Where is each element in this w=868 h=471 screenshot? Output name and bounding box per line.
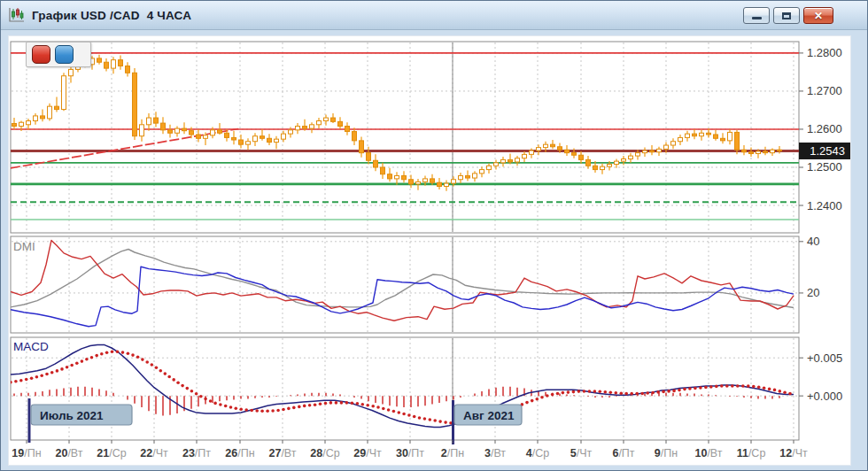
candle-bull <box>62 76 66 110</box>
candle-bear <box>778 150 782 151</box>
candle-bear <box>693 134 697 136</box>
candle-bear <box>218 130 222 133</box>
date-label: 9/Пн <box>655 447 678 459</box>
candle-bull <box>473 174 477 178</box>
date-label: 30/Пт <box>396 447 424 459</box>
maximize-icon <box>782 12 791 19</box>
candle-bear <box>586 159 591 166</box>
dmi-tick-label: 40 <box>807 235 819 248</box>
price-tick-label: 1.2500 <box>807 160 842 174</box>
close-icon: ✕ <box>814 11 823 21</box>
candle-bear <box>353 132 357 141</box>
candle-bull <box>296 127 300 130</box>
candle-bear <box>360 141 364 153</box>
candle-bull <box>756 151 761 154</box>
candle-bull <box>204 135 208 138</box>
candle-bull <box>310 125 314 128</box>
candle-bull <box>275 139 279 142</box>
candle-bear <box>345 127 350 132</box>
window-title: График USD /CAD 4 ЧАСА <box>32 9 191 22</box>
minimize-icon <box>752 17 762 19</box>
date-label: 5/Чт <box>570 447 593 459</box>
date-label: 23/Пт <box>182 447 211 459</box>
candle-bear <box>650 151 655 152</box>
candle-bull <box>289 130 293 134</box>
candle-bear <box>182 128 187 131</box>
window-controls: ✕ <box>743 7 833 24</box>
candle-bear <box>735 132 740 150</box>
candle-bear <box>381 167 385 174</box>
candle-bear <box>579 155 584 159</box>
close-button[interactable]: ✕ <box>803 7 833 24</box>
app-window: График USD /CAD 4 ЧАСА ✕ Июль 2021Авг 20… <box>0 0 868 471</box>
chart-canvas[interactable]: Июль 2021Авг 2021DMIMACD1.28001.27001.26… <box>9 36 852 467</box>
candle-bull <box>480 170 484 174</box>
candle-bear <box>742 150 747 152</box>
blue-marker-button[interactable] <box>55 45 74 64</box>
candlestick-chart-icon <box>8 7 26 23</box>
candle-bull <box>459 175 463 179</box>
candle-bull <box>416 181 421 184</box>
candle-bull <box>671 142 676 145</box>
chart-toolbar <box>26 42 91 67</box>
candle-bear <box>409 180 414 184</box>
candle-bear <box>466 175 470 178</box>
price-tick-label: 1.2800 <box>807 46 842 59</box>
candle-bear <box>197 135 201 138</box>
date-label: 19/Пн <box>12 447 41 459</box>
candle-bull <box>48 106 52 119</box>
date-label: 27/Вт <box>268 447 296 459</box>
x-axis-labels: 19/Пн20/Вт21/Ср22/Чт23/Пт26/Пн27/Вт28/Ср… <box>12 440 808 459</box>
candle-bull <box>622 159 626 162</box>
last-price-tag: 1.2543 <box>799 143 850 159</box>
candle-bull <box>69 69 74 75</box>
candle-bear <box>126 66 130 73</box>
candle-bull <box>253 136 258 142</box>
month-tag-label: Июль 2021 <box>40 409 104 422</box>
candle-bull <box>147 118 151 125</box>
date-label: 12/Чт <box>779 447 808 459</box>
candle-bull <box>112 60 116 68</box>
macd-label: MACD <box>13 340 49 353</box>
candle-bull <box>175 128 180 133</box>
candle-bear <box>749 152 754 154</box>
candle-bull <box>686 134 690 137</box>
month-tag-label: Авг 2021 <box>463 409 515 422</box>
candle-bull <box>317 120 322 124</box>
candle-bull <box>537 148 541 151</box>
candle-bear <box>551 144 555 147</box>
candle-bear <box>154 118 159 123</box>
price-tick-label: 1.2400 <box>807 199 842 212</box>
candle-bull <box>140 125 144 136</box>
candle-bull <box>246 142 251 144</box>
candle-bull <box>544 144 548 147</box>
candle-bull <box>629 156 633 158</box>
candle-bull <box>771 150 775 152</box>
date-label: 29/Чт <box>353 447 382 459</box>
red-marker-button[interactable] <box>32 45 50 64</box>
candle-bull <box>601 166 605 169</box>
date-label: 11/Ср <box>737 447 766 459</box>
chart-area: Июль 2021Авг 2021DMIMACD1.28001.27001.26… <box>8 35 851 466</box>
candle-bear <box>239 140 244 144</box>
price-tick-label: 1.2600 <box>807 122 842 135</box>
candle-bull <box>324 118 329 120</box>
title-bar[interactable]: График USD /CAD 4 ЧАСА ✕ <box>1 1 867 30</box>
maximize-button[interactable] <box>773 7 800 24</box>
minimize-button[interactable] <box>743 7 770 24</box>
candle-bear <box>763 151 768 153</box>
candle-bear <box>105 62 109 68</box>
candle-bull <box>501 159 506 162</box>
candle-bull <box>728 132 732 140</box>
candle-bull <box>282 134 286 139</box>
candle-bear <box>190 131 194 135</box>
candle-bear <box>572 153 577 156</box>
date-label: 20/Вт <box>55 447 82 459</box>
candle-bull <box>452 180 456 183</box>
candle-bear <box>303 127 307 129</box>
candle-bear <box>267 138 272 142</box>
candle-bear <box>707 133 711 135</box>
candle-bull <box>523 154 527 158</box>
candle-bull <box>445 183 449 186</box>
date-label: 22/Чт <box>140 447 168 459</box>
